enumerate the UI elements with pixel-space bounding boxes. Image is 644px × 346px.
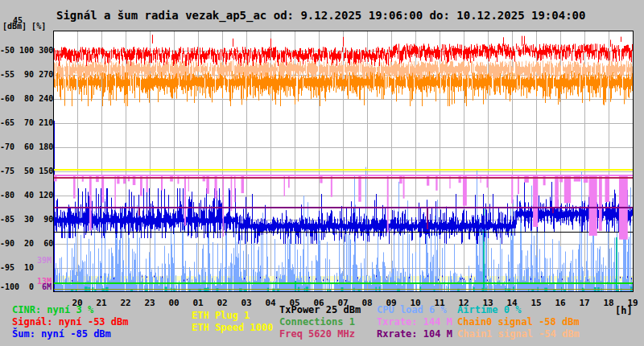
legend-cinr: CINR: nyní 3 % bbox=[12, 305, 93, 315]
y-axis-label: -70 60 180M bbox=[0, 142, 52, 152]
legend-eth-plug: ETH Plug 1 bbox=[192, 311, 250, 321]
x-tick: 17 bbox=[572, 298, 597, 308]
x-tick: 02 bbox=[210, 298, 234, 308]
legend-txpower: TxPower 25 dBm bbox=[279, 305, 361, 315]
rate-marker-6m: 6M bbox=[0, 282, 52, 292]
x-tick: 15 bbox=[524, 298, 548, 308]
x-tick: 01 bbox=[186, 298, 210, 308]
y-axis-label: -60 80 240M bbox=[0, 94, 52, 104]
y-axis-overlay-value: 45 bbox=[13, 16, 23, 25]
rate-marker-39m: 39M bbox=[0, 256, 52, 266]
legend-signal: Signál: nyní -53 dBm bbox=[12, 317, 129, 327]
x-tick: 03 bbox=[234, 298, 258, 308]
y-axis-label: -65 70 210M bbox=[0, 118, 52, 128]
x-tick: 00 bbox=[162, 298, 186, 308]
legend-chain0: Chain0 signal -58 dBm bbox=[457, 317, 580, 327]
legend-eth-speed: ETH Speed 1000 bbox=[192, 323, 273, 333]
plot-area bbox=[53, 31, 634, 292]
x-tick: 23 bbox=[138, 298, 162, 308]
x-tick: 16 bbox=[548, 298, 572, 308]
legend-cpu-load: CPU load 6 % bbox=[377, 305, 447, 315]
x-tick: 22 bbox=[114, 298, 138, 308]
legend-connections: Connections 1 bbox=[279, 317, 355, 327]
legend-rxrate: Rxrate: 104 M bbox=[377, 329, 452, 340]
legend-freq: Freq 5620 MHz bbox=[279, 329, 355, 340]
x-axis-unit-label: [h] bbox=[615, 305, 633, 316]
legend-chain1: Chain1 signal -54 dBm bbox=[457, 329, 580, 340]
y-axis-label: -80 40 120M bbox=[0, 191, 52, 200]
y-axis-unit-label: [dBm] [%] bbox=[2, 22, 46, 31]
legend-airtime: Airtime 0 % bbox=[457, 305, 521, 315]
legend-noise: Šum: nyní -85 dBm bbox=[12, 329, 111, 340]
y-axis-label: -75 50 150M bbox=[0, 167, 52, 176]
graph-title: Signál a šum radia vezak_ap5_ac od: 9.12… bbox=[56, 9, 585, 22]
y-axis-label: -50 100 300M bbox=[0, 46, 52, 56]
y-axis-label: -85 30 90M bbox=[0, 215, 52, 224]
y-axis-label: -90 20 60M bbox=[0, 239, 52, 249]
signal-noise-graph-window: Signál a šum radia vezak_ap5_ac od: 9.12… bbox=[0, 0, 644, 346]
y-axis-label: -55 90 270M bbox=[0, 70, 52, 80]
legend-txrate: Txrate: 144 M bbox=[377, 317, 452, 327]
